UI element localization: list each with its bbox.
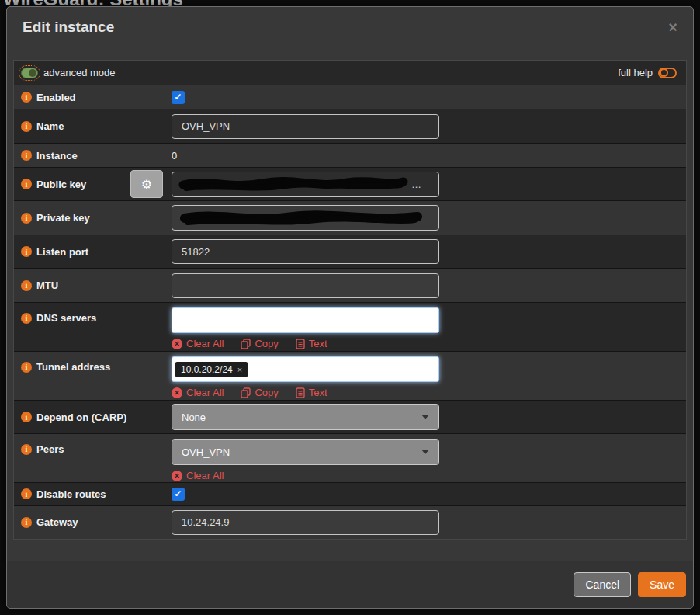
info-icon[interactable]: i <box>21 150 32 161</box>
info-icon[interactable]: i <box>21 121 32 132</box>
copy-label: Copy <box>255 338 278 349</box>
tunnel-address-input[interactable]: 10.0.20.2/24 × <box>172 356 439 382</box>
token-value: 10.0.20.2/24 <box>181 364 233 375</box>
info-icon[interactable]: i <box>21 362 32 373</box>
generate-keys-button[interactable]: ⚙ <box>130 170 163 198</box>
selected-value: None <box>182 412 206 423</box>
text-file-icon <box>296 387 305 398</box>
info-icon[interactable]: i <box>21 412 32 422</box>
form-row-advanced-mode: advanced mode full help <box>14 61 686 85</box>
disable-routes-label: Disable routes <box>36 488 106 500</box>
advanced-mode-label: advanced mode <box>43 67 116 78</box>
peers-select[interactable]: OVH_VPN <box>172 439 439 465</box>
chevron-down-icon <box>421 450 429 454</box>
info-icon[interactable]: i <box>21 517 32 528</box>
redacted-scribble <box>177 174 410 194</box>
check-icon: ✓ <box>174 92 182 102</box>
public-key-label: Public key <box>36 179 86 190</box>
info-icon[interactable]: i <box>21 280 32 291</box>
copy-link[interactable]: Copy <box>241 338 278 349</box>
depend-carp-label: Depend on (CARP) <box>36 412 126 423</box>
instance-label: Instance <box>36 150 78 162</box>
private-key-input[interactable] <box>172 205 439 231</box>
full-help-toggle[interactable] <box>658 68 677 78</box>
form-row-instance: i Instance 0 <box>14 144 686 168</box>
clear-all-link[interactable]: ✕ Clear All <box>172 338 224 349</box>
mtu-label: MTU <box>36 280 58 291</box>
form-row-dns-servers: i DNS servers ✕ Clear All <box>14 303 686 352</box>
text-file-icon <box>296 339 305 349</box>
text-link[interactable]: Text <box>296 338 327 349</box>
form-row-peers: i Peers OVH_VPN ✕ Clear All <box>14 434 686 483</box>
advanced-mode-toggle[interactable] <box>21 68 38 78</box>
name-input[interactable] <box>172 114 439 139</box>
info-icon[interactable]: i <box>21 313 32 324</box>
clear-all-icon: ✕ <box>172 339 182 349</box>
form-row-tunnel-address: i Tunnel address 10.0.20.2/24 × ✕ Clear … <box>14 352 686 401</box>
check-icon: ✓ <box>174 488 182 499</box>
form-row-depend-carp: i Depend on (CARP) None <box>14 401 686 434</box>
edit-instance-dialog: Edit instance × advanced mode full help … <box>6 6 694 609</box>
info-icon[interactable]: i <box>21 246 32 257</box>
copy-label: Copy <box>255 387 278 398</box>
settings-form: advanced mode full help i Enabled ✓ <box>13 60 687 540</box>
text-link[interactable]: Text <box>296 387 327 398</box>
redacted-scribble <box>177 208 425 228</box>
clear-all-icon: ✕ <box>172 387 182 398</box>
dialog-title: Edit instance <box>23 19 114 36</box>
form-row-public-key: i Public key ⚙ … <box>14 168 686 201</box>
depend-carp-select[interactable]: None <box>172 404 439 430</box>
dns-servers-input[interactable] <box>172 308 439 333</box>
copy-icon <box>241 387 251 398</box>
public-key-input[interactable]: … <box>172 172 439 197</box>
text-label: Text <box>309 387 327 398</box>
clear-all-label: Clear All <box>186 470 224 481</box>
dialog-footer: Cancel Save <box>7 561 693 608</box>
instance-value: 0 <box>172 150 686 162</box>
mtu-input[interactable] <box>172 273 439 298</box>
name-label: Name <box>36 120 64 132</box>
dns-servers-label: DNS servers <box>36 312 96 324</box>
gateway-label: Gateway <box>36 516 78 528</box>
form-row-enabled: i Enabled ✓ <box>14 85 686 109</box>
remove-token-icon[interactable]: × <box>237 365 242 374</box>
clear-all-label: Clear All <box>186 338 224 349</box>
info-icon[interactable]: i <box>21 444 32 455</box>
save-button[interactable]: Save <box>638 572 686 597</box>
disable-routes-checkbox[interactable]: ✓ <box>172 488 185 501</box>
clear-all-icon: ✕ <box>172 471 182 481</box>
form-row-gateway: i Gateway <box>14 506 686 539</box>
copy-icon <box>241 339 251 349</box>
form-row-name: i Name <box>14 109 686 144</box>
clear-all-link[interactable]: ✕ Clear All <box>172 470 224 481</box>
dialog-header: Edit instance × <box>7 7 693 47</box>
listen-port-input[interactable] <box>172 239 439 264</box>
truncated-ellipsis: … <box>411 179 423 190</box>
listen-port-label: Listen port <box>36 246 88 258</box>
toggle-knob <box>29 69 36 77</box>
enabled-checkbox[interactable]: ✓ <box>172 91 185 104</box>
close-icon[interactable]: × <box>668 19 677 35</box>
info-icon[interactable]: i <box>21 488 32 499</box>
info-icon[interactable]: i <box>21 92 32 102</box>
toggle-knob <box>660 68 668 77</box>
selected-value: OVH_VPN <box>182 446 230 458</box>
copy-link[interactable]: Copy <box>241 387 278 398</box>
enabled-label: Enabled <box>36 92 76 103</box>
full-help-label: full help <box>618 67 653 78</box>
text-label: Text <box>309 338 327 349</box>
private-key-label: Private key <box>36 212 90 224</box>
form-row-mtu: i MTU <box>14 269 686 303</box>
form-row-private-key: i Private key <box>14 201 686 235</box>
clear-all-link[interactable]: ✕ Clear All <box>172 387 224 398</box>
form-row-listen-port: i Listen port <box>14 235 686 269</box>
dialog-body: advanced mode full help i Enabled ✓ <box>7 47 693 540</box>
cancel-button[interactable]: Cancel <box>574 572 631 597</box>
info-icon[interactable]: i <box>21 213 32 224</box>
gateway-input[interactable] <box>172 510 439 535</box>
address-token: 10.0.20.2/24 × <box>175 362 248 377</box>
info-icon[interactable]: i <box>21 179 32 189</box>
form-row-disable-routes: i Disable routes ✓ <box>14 483 686 506</box>
chevron-down-icon <box>421 415 429 419</box>
peers-label: Peers <box>36 443 64 455</box>
